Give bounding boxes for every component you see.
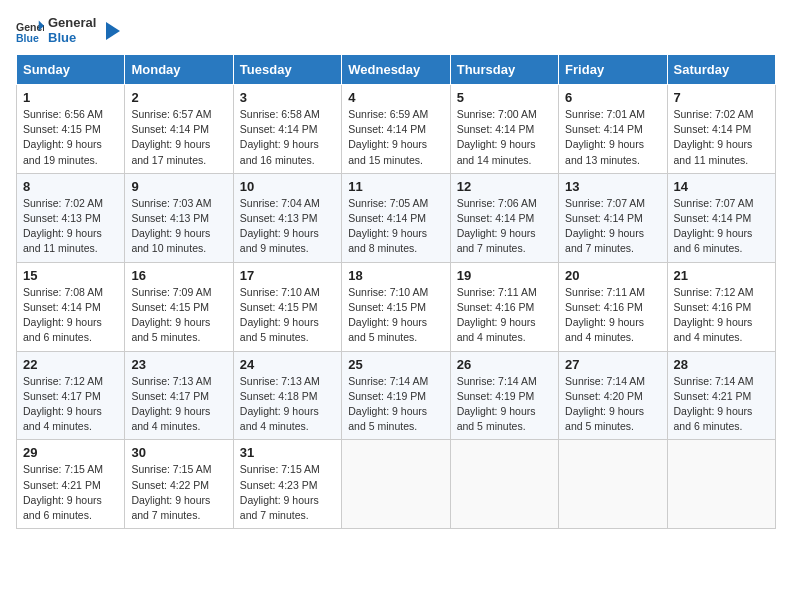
calendar-week-row: 22Sunrise: 7:12 AMSunset: 4:17 PMDayligh… bbox=[17, 351, 776, 440]
day-info: Sunrise: 7:11 AMSunset: 4:16 PMDaylight:… bbox=[457, 285, 552, 346]
day-number: 26 bbox=[457, 357, 552, 372]
day-info: Sunrise: 7:15 AMSunset: 4:22 PMDaylight:… bbox=[131, 462, 226, 523]
day-info: Sunrise: 6:58 AMSunset: 4:14 PMDaylight:… bbox=[240, 107, 335, 168]
calendar-cell: 2Sunrise: 6:57 AMSunset: 4:14 PMDaylight… bbox=[125, 84, 233, 173]
calendar-cell: 25Sunrise: 7:14 AMSunset: 4:19 PMDayligh… bbox=[342, 351, 450, 440]
svg-marker-3 bbox=[106, 22, 120, 40]
logo-general: General bbox=[48, 16, 96, 31]
day-info: Sunrise: 7:14 AMSunset: 4:19 PMDaylight:… bbox=[457, 374, 552, 435]
day-number: 3 bbox=[240, 90, 335, 105]
day-number: 1 bbox=[23, 90, 118, 105]
calendar-cell: 1Sunrise: 6:56 AMSunset: 4:15 PMDaylight… bbox=[17, 84, 125, 173]
calendar-cell: 30Sunrise: 7:15 AMSunset: 4:22 PMDayligh… bbox=[125, 440, 233, 529]
day-info: Sunrise: 7:03 AMSunset: 4:13 PMDaylight:… bbox=[131, 196, 226, 257]
weekday-header-tuesday: Tuesday bbox=[233, 54, 341, 84]
day-info: Sunrise: 7:10 AMSunset: 4:15 PMDaylight:… bbox=[240, 285, 335, 346]
calendar-cell: 16Sunrise: 7:09 AMSunset: 4:15 PMDayligh… bbox=[125, 262, 233, 351]
calendar-cell: 26Sunrise: 7:14 AMSunset: 4:19 PMDayligh… bbox=[450, 351, 558, 440]
logo-icon: General Blue bbox=[16, 17, 44, 45]
day-number: 18 bbox=[348, 268, 443, 283]
calendar-cell: 29Sunrise: 7:15 AMSunset: 4:21 PMDayligh… bbox=[17, 440, 125, 529]
calendar-cell: 14Sunrise: 7:07 AMSunset: 4:14 PMDayligh… bbox=[667, 173, 775, 262]
weekday-header-thursday: Thursday bbox=[450, 54, 558, 84]
day-number: 29 bbox=[23, 445, 118, 460]
calendar-cell: 19Sunrise: 7:11 AMSunset: 4:16 PMDayligh… bbox=[450, 262, 558, 351]
day-number: 11 bbox=[348, 179, 443, 194]
calendar-cell: 28Sunrise: 7:14 AMSunset: 4:21 PMDayligh… bbox=[667, 351, 775, 440]
weekday-header-friday: Friday bbox=[559, 54, 667, 84]
day-info: Sunrise: 7:10 AMSunset: 4:15 PMDaylight:… bbox=[348, 285, 443, 346]
calendar-cell: 10Sunrise: 7:04 AMSunset: 4:13 PMDayligh… bbox=[233, 173, 341, 262]
calendar-cell: 6Sunrise: 7:01 AMSunset: 4:14 PMDaylight… bbox=[559, 84, 667, 173]
day-number: 7 bbox=[674, 90, 769, 105]
day-info: Sunrise: 7:12 AMSunset: 4:16 PMDaylight:… bbox=[674, 285, 769, 346]
day-info: Sunrise: 7:06 AMSunset: 4:14 PMDaylight:… bbox=[457, 196, 552, 257]
weekday-header-wednesday: Wednesday bbox=[342, 54, 450, 84]
calendar-cell: 31Sunrise: 7:15 AMSunset: 4:23 PMDayligh… bbox=[233, 440, 341, 529]
day-number: 10 bbox=[240, 179, 335, 194]
day-number: 4 bbox=[348, 90, 443, 105]
day-number: 31 bbox=[240, 445, 335, 460]
day-info: Sunrise: 7:00 AMSunset: 4:14 PMDaylight:… bbox=[457, 107, 552, 168]
day-info: Sunrise: 7:11 AMSunset: 4:16 PMDaylight:… bbox=[565, 285, 660, 346]
svg-text:Blue: Blue bbox=[16, 31, 39, 43]
calendar-cell bbox=[667, 440, 775, 529]
day-number: 25 bbox=[348, 357, 443, 372]
day-info: Sunrise: 7:14 AMSunset: 4:20 PMDaylight:… bbox=[565, 374, 660, 435]
calendar-cell: 5Sunrise: 7:00 AMSunset: 4:14 PMDaylight… bbox=[450, 84, 558, 173]
day-info: Sunrise: 7:04 AMSunset: 4:13 PMDaylight:… bbox=[240, 196, 335, 257]
calendar-table: SundayMondayTuesdayWednesdayThursdayFrid… bbox=[16, 54, 776, 529]
day-info: Sunrise: 6:56 AMSunset: 4:15 PMDaylight:… bbox=[23, 107, 118, 168]
day-number: 21 bbox=[674, 268, 769, 283]
day-info: Sunrise: 7:15 AMSunset: 4:23 PMDaylight:… bbox=[240, 462, 335, 523]
day-info: Sunrise: 7:12 AMSunset: 4:17 PMDaylight:… bbox=[23, 374, 118, 435]
day-info: Sunrise: 7:01 AMSunset: 4:14 PMDaylight:… bbox=[565, 107, 660, 168]
day-number: 20 bbox=[565, 268, 660, 283]
day-info: Sunrise: 7:09 AMSunset: 4:15 PMDaylight:… bbox=[131, 285, 226, 346]
day-info: Sunrise: 7:13 AMSunset: 4:17 PMDaylight:… bbox=[131, 374, 226, 435]
day-number: 6 bbox=[565, 90, 660, 105]
calendar-cell: 24Sunrise: 7:13 AMSunset: 4:18 PMDayligh… bbox=[233, 351, 341, 440]
weekday-header-row: SundayMondayTuesdayWednesdayThursdayFrid… bbox=[17, 54, 776, 84]
calendar-cell: 4Sunrise: 6:59 AMSunset: 4:14 PMDaylight… bbox=[342, 84, 450, 173]
logo: General Blue General Blue bbox=[16, 16, 122, 46]
calendar-cell bbox=[342, 440, 450, 529]
day-info: Sunrise: 7:15 AMSunset: 4:21 PMDaylight:… bbox=[23, 462, 118, 523]
calendar-cell: 3Sunrise: 6:58 AMSunset: 4:14 PMDaylight… bbox=[233, 84, 341, 173]
day-info: Sunrise: 7:14 AMSunset: 4:19 PMDaylight:… bbox=[348, 374, 443, 435]
day-number: 22 bbox=[23, 357, 118, 372]
day-number: 5 bbox=[457, 90, 552, 105]
day-number: 8 bbox=[23, 179, 118, 194]
day-info: Sunrise: 7:07 AMSunset: 4:14 PMDaylight:… bbox=[565, 196, 660, 257]
day-number: 19 bbox=[457, 268, 552, 283]
calendar-cell: 21Sunrise: 7:12 AMSunset: 4:16 PMDayligh… bbox=[667, 262, 775, 351]
calendar-cell: 13Sunrise: 7:07 AMSunset: 4:14 PMDayligh… bbox=[559, 173, 667, 262]
calendar-cell: 27Sunrise: 7:14 AMSunset: 4:20 PMDayligh… bbox=[559, 351, 667, 440]
logo-blue: Blue bbox=[48, 31, 96, 46]
day-number: 17 bbox=[240, 268, 335, 283]
day-info: Sunrise: 7:08 AMSunset: 4:14 PMDaylight:… bbox=[23, 285, 118, 346]
day-number: 23 bbox=[131, 357, 226, 372]
day-number: 2 bbox=[131, 90, 226, 105]
calendar-cell bbox=[559, 440, 667, 529]
day-info: Sunrise: 6:57 AMSunset: 4:14 PMDaylight:… bbox=[131, 107, 226, 168]
day-info: Sunrise: 7:02 AMSunset: 4:14 PMDaylight:… bbox=[674, 107, 769, 168]
calendar-cell: 22Sunrise: 7:12 AMSunset: 4:17 PMDayligh… bbox=[17, 351, 125, 440]
weekday-header-saturday: Saturday bbox=[667, 54, 775, 84]
calendar-cell: 20Sunrise: 7:11 AMSunset: 4:16 PMDayligh… bbox=[559, 262, 667, 351]
weekday-header-sunday: Sunday bbox=[17, 54, 125, 84]
day-number: 15 bbox=[23, 268, 118, 283]
calendar-cell: 23Sunrise: 7:13 AMSunset: 4:17 PMDayligh… bbox=[125, 351, 233, 440]
day-number: 24 bbox=[240, 357, 335, 372]
logo-arrow-icon bbox=[100, 20, 122, 42]
calendar-cell: 8Sunrise: 7:02 AMSunset: 4:13 PMDaylight… bbox=[17, 173, 125, 262]
day-info: Sunrise: 6:59 AMSunset: 4:14 PMDaylight:… bbox=[348, 107, 443, 168]
day-info: Sunrise: 7:07 AMSunset: 4:14 PMDaylight:… bbox=[674, 196, 769, 257]
calendar-cell: 18Sunrise: 7:10 AMSunset: 4:15 PMDayligh… bbox=[342, 262, 450, 351]
day-number: 16 bbox=[131, 268, 226, 283]
day-info: Sunrise: 7:02 AMSunset: 4:13 PMDaylight:… bbox=[23, 196, 118, 257]
calendar-cell: 12Sunrise: 7:06 AMSunset: 4:14 PMDayligh… bbox=[450, 173, 558, 262]
day-number: 14 bbox=[674, 179, 769, 194]
day-number: 12 bbox=[457, 179, 552, 194]
calendar-week-row: 15Sunrise: 7:08 AMSunset: 4:14 PMDayligh… bbox=[17, 262, 776, 351]
